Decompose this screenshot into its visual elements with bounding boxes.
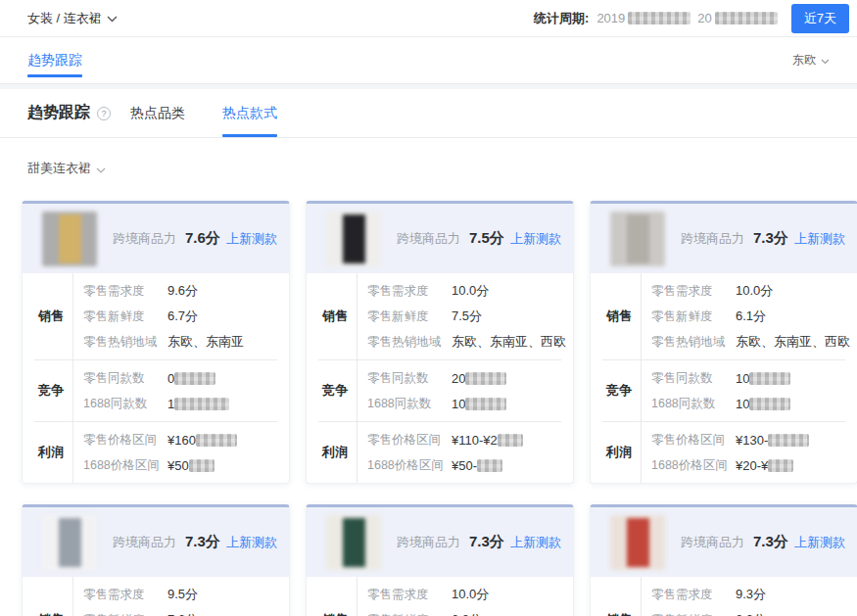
metric-label: 零售同款数 bbox=[651, 370, 736, 387]
metric-row-demand: 零售需求度 9.5分 bbox=[83, 582, 277, 607]
group-label: 销售 bbox=[602, 577, 641, 616]
tab-hot-categories[interactable]: 热点品类 bbox=[130, 89, 185, 137]
product-image-dress bbox=[343, 214, 364, 262]
metric-value: 9.3分 bbox=[736, 586, 766, 603]
metric-label: 零售新鲜度 bbox=[367, 612, 452, 616]
period-label: 统计周期: bbox=[534, 10, 589, 27]
redacted-value bbox=[465, 372, 506, 385]
product-card: 跨境商品力 7.3分 上新测款 销售 零售需求度 9.5分 零售新鲜度 7.6分 bbox=[22, 504, 290, 616]
metric-label: 1688价格区间 bbox=[651, 457, 736, 474]
product-image-dress bbox=[627, 518, 648, 566]
redacted-value bbox=[768, 434, 809, 447]
metric-label: 零售需求度 bbox=[367, 587, 452, 603]
card-header: 跨境商品力 7.6分 上新测款 bbox=[23, 204, 289, 273]
period-start: 2019 bbox=[596, 11, 625, 25]
nav-bar: 趋势跟踪 东欧 bbox=[0, 37, 857, 84]
period-end: 20 bbox=[697, 11, 711, 25]
group-label: 利润 bbox=[602, 422, 641, 483]
product-image[interactable] bbox=[610, 515, 665, 570]
metric-value: 6.3分 bbox=[736, 611, 766, 616]
metric-value: 东欧、东南亚、西欧 bbox=[452, 333, 566, 351]
profit-group: 利润 零售价格区间 ¥130- 1688价格区间 ¥20-¥ bbox=[602, 421, 845, 483]
product-image-dress bbox=[59, 214, 80, 262]
product-image[interactable] bbox=[326, 212, 381, 266]
metric-row-hot-region: 零售热销地域 东欧、东南亚、西欧 bbox=[367, 329, 566, 355]
metric-row-1688-price: 1688价格区间 ¥20-¥ bbox=[651, 452, 845, 478]
metric-label: 1688同款数 bbox=[83, 396, 167, 412]
metric-row-demand: 零售需求度 10.0分 bbox=[651, 278, 850, 304]
metric-value: 东欧、东南亚、西欧 bbox=[736, 333, 850, 351]
metric-row-hot-region: 零售热销地域 东欧、东南亚、西欧 bbox=[651, 329, 850, 355]
category-dropdown[interactable]: 女装 / 连衣裙 bbox=[27, 10, 118, 27]
new-style-test-link[interactable]: 上新测款 bbox=[510, 230, 561, 248]
metric-row-demand: 零售需求度 10.0分 bbox=[367, 582, 561, 607]
metric-label: 1688价格区间 bbox=[83, 457, 167, 474]
product-image[interactable] bbox=[42, 212, 97, 266]
product-image[interactable] bbox=[610, 212, 665, 266]
style-filter-dropdown[interactable]: 甜美连衣裙 bbox=[27, 160, 106, 177]
style-filter-label: 甜美连衣裙 bbox=[27, 160, 91, 177]
metric-row-retail-price: 零售价格区间 ¥110-¥2 bbox=[367, 427, 561, 452]
product-image-dress bbox=[627, 214, 648, 262]
score-value: 7.3分 bbox=[753, 533, 788, 551]
group-label: 利润 bbox=[318, 422, 357, 483]
product-card: 跨境商品力 7.3分 上新测款 销售 零售需求度 10.0分 零售新鲜度 6.2… bbox=[306, 504, 574, 616]
redacted-value bbox=[189, 459, 214, 472]
nav-tab-trend-tracking[interactable]: 趋势跟踪 bbox=[27, 37, 82, 83]
metric-row-freshness: 零售新鲜度 7.5分 bbox=[367, 304, 566, 329]
score-label: 跨境商品力 bbox=[113, 534, 176, 551]
top-bar: 女装 / 连衣裙 统计周期: 2019 20 近7天 bbox=[0, 0, 857, 37]
card-header: 跨境商品力 7.3分 上新测款 bbox=[591, 507, 857, 577]
region-dropdown[interactable]: 东欧 bbox=[792, 52, 830, 69]
tab-hot-styles[interactable]: 热点款式 bbox=[222, 89, 277, 137]
tab-label: 热点品类 bbox=[130, 105, 185, 122]
product-card: 跨境商品力 7.6分 上新测款 销售 零售需求度 9.6分 零售新鲜度 6.7分 bbox=[22, 201, 290, 484]
last-7-days-button[interactable]: 近7天 bbox=[791, 4, 849, 33]
metric-value: 20 bbox=[452, 371, 506, 386]
metric-label: 零售价格区间 bbox=[83, 432, 167, 449]
metric-row-1688-same: 1688同款数 10 bbox=[651, 391, 845, 416]
new-style-test-link[interactable]: 上新测款 bbox=[510, 534, 561, 551]
metric-row-retail-price: 零售价格区间 ¥160 bbox=[83, 427, 277, 452]
metric-label: 零售热销地域 bbox=[651, 334, 736, 351]
category-label: 女装 / 连衣裙 bbox=[27, 10, 102, 27]
metric-value: 6.7分 bbox=[167, 308, 198, 325]
product-image[interactable] bbox=[42, 515, 97, 570]
metric-row-retail-same: 零售同款数 0 bbox=[83, 365, 277, 391]
redacted-value bbox=[768, 459, 793, 472]
metric-row-demand: 零售需求度 9.6分 bbox=[83, 278, 277, 304]
product-image[interactable] bbox=[326, 515, 381, 570]
score-value: 7.6分 bbox=[185, 229, 220, 248]
metric-value: ¥110-¥2 bbox=[452, 433, 523, 448]
profit-group: 利润 零售价格区间 ¥110-¥2 1688价格区间 ¥50- bbox=[318, 421, 561, 483]
region-label: 东欧 bbox=[792, 52, 816, 69]
new-style-test-link[interactable]: 上新测款 bbox=[794, 230, 845, 248]
metric-row-1688-same: 1688同款数 10 bbox=[367, 391, 561, 416]
score-value: 7.3分 bbox=[185, 533, 220, 551]
redacted-value bbox=[196, 434, 237, 447]
sales-group: 销售 零售需求度 10.0分 零售新鲜度 6.2分 零售热销地域 bbox=[318, 577, 561, 616]
metric-label: 1688价格区间 bbox=[367, 457, 452, 474]
help-icon[interactable]: ? bbox=[97, 107, 111, 120]
redacted-value bbox=[749, 398, 790, 410]
group-label: 竞争 bbox=[602, 360, 641, 421]
metric-value: 6.2分 bbox=[452, 611, 482, 616]
chevron-down-icon bbox=[96, 162, 106, 176]
redacted-date-start bbox=[628, 12, 690, 24]
new-style-test-link[interactable]: 上新测款 bbox=[794, 534, 845, 551]
new-style-test-link[interactable]: 上新测款 bbox=[226, 230, 277, 248]
metric-value: 东欧、东南亚 bbox=[167, 333, 244, 351]
metric-value: ¥50 bbox=[167, 458, 214, 473]
metric-label: 零售需求度 bbox=[83, 283, 167, 300]
card-header: 跨境商品力 7.3分 上新测款 bbox=[307, 507, 573, 577]
redacted-value bbox=[477, 459, 502, 472]
competition-group: 竞争 零售同款数 10 1688同款数 10 bbox=[602, 359, 845, 421]
new-style-test-link[interactable]: 上新测款 bbox=[226, 534, 277, 551]
section-header: 趋势跟踪 ? 热点品类 热点款式 bbox=[0, 89, 857, 138]
metric-value: ¥50- bbox=[452, 458, 502, 473]
sales-group: 销售 零售需求度 9.3分 零售新鲜度 6.3分 零售热销地域 bbox=[602, 577, 845, 616]
metric-label: 零售需求度 bbox=[367, 283, 452, 300]
cards-grid: 跨境商品力 7.6分 上新测款 销售 零售需求度 9.6分 零售新鲜度 6.7分 bbox=[0, 201, 857, 616]
sales-group: 销售 零售需求度 9.6分 零售新鲜度 6.7分 零售热销地域 东欧、东南亚 bbox=[34, 273, 277, 359]
metric-label: 零售新鲜度 bbox=[651, 308, 736, 325]
